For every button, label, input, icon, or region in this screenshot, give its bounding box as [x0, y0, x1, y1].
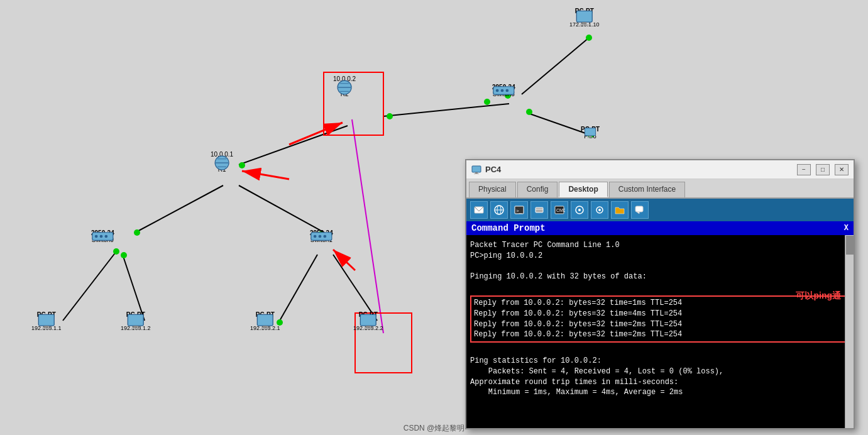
- cmd-icon: CMD: [554, 204, 565, 216]
- cmd-titlebar: Command Prompt X: [466, 221, 854, 235]
- svg-rect-70: [474, 173, 479, 174]
- svg-point-21: [113, 248, 119, 255]
- cmd-line-blank2: [470, 345, 850, 356]
- svg-point-11: [387, 113, 393, 119]
- svg-point-13: [368, 319, 374, 326]
- window-titlebar: PC4 − □ ✕: [466, 160, 854, 179]
- svg-line-7: [123, 255, 145, 321]
- svg-point-17: [505, 92, 511, 99]
- svg-text:CMD: CMD: [556, 208, 565, 212]
- svg-line-4: [135, 185, 223, 233]
- cmd-body[interactable]: Packet Tracer PC Command Line 1.0 PC>pin…: [466, 235, 854, 428]
- terminal-icon: >_: [514, 204, 525, 216]
- minimize-button[interactable]: −: [797, 164, 811, 175]
- svg-point-20: [588, 132, 594, 138]
- cmd-close-button[interactable]: X: [844, 224, 849, 233]
- tab-config[interactable]: Config: [517, 182, 558, 197]
- svg-point-84: [598, 209, 601, 211]
- toolbar-icon-9[interactable]: [631, 201, 649, 219]
- toolbar-icon-5[interactable]: CMD: [551, 201, 568, 219]
- annotation-chinese: 可以ping通: [796, 290, 841, 302]
- svg-point-14: [239, 162, 245, 168]
- svg-marker-86: [637, 212, 639, 214]
- svg-point-22: [121, 252, 127, 258]
- cmd-line-1: Packet Tracer PC Command Line 1.0: [470, 240, 850, 251]
- svg-line-10: [352, 119, 383, 333]
- cmd-reply-3: Reply from 10.0.0.2: bytes=32 time=2ms T…: [474, 319, 846, 330]
- svg-line-25: [289, 123, 343, 145]
- window-title: PC4: [485, 165, 501, 174]
- svg-line-3: [239, 126, 348, 165]
- window-tabs: Physical Config Desktop Custom Interface: [466, 179, 854, 199]
- cmd-line-5: [470, 282, 850, 293]
- svg-point-19: [484, 99, 490, 105]
- computer-icon: [471, 165, 481, 175]
- svg-rect-29: [355, 313, 412, 373]
- cmd-stats-1: Ping statistics for 10.0.0.2:: [470, 356, 850, 366]
- folder-icon: [614, 204, 625, 216]
- svg-point-18: [526, 109, 532, 115]
- toolbar-icons: >_ CMD: [466, 199, 854, 221]
- svg-line-26: [242, 171, 289, 179]
- toolbar-icon-1[interactable]: [470, 201, 488, 219]
- svg-line-1: [383, 104, 509, 116]
- scrollbar[interactable]: [845, 235, 854, 428]
- close-window-button[interactable]: ✕: [835, 164, 849, 175]
- network-icon: [574, 204, 585, 216]
- toolbar-icon-8[interactable]: [611, 201, 629, 219]
- window-title-area: PC4: [471, 165, 501, 175]
- tab-custom-interface[interactable]: Custom Interface: [609, 182, 685, 197]
- toolbar-icon-2[interactable]: [490, 201, 508, 219]
- svg-line-2: [528, 113, 591, 135]
- svg-point-23: [277, 319, 283, 326]
- svg-rect-68: [472, 166, 481, 172]
- toolbar-icon-7[interactable]: [591, 201, 608, 219]
- tab-physical[interactable]: Physical: [469, 182, 516, 197]
- svg-point-15: [134, 229, 140, 236]
- cmd-line-3: [470, 262, 850, 272]
- config-icon: [594, 204, 605, 216]
- svg-text:>_: >_: [516, 208, 522, 214]
- cmd-reply-1: Reply from 10.0.0.2: bytes=32 time=1ms T…: [474, 298, 846, 309]
- toolbar-icon-6[interactable]: [571, 201, 588, 219]
- svg-rect-77: [536, 207, 543, 212]
- svg-line-5: [239, 185, 324, 233]
- svg-rect-69: [475, 172, 478, 173]
- toolbar-icon-3[interactable]: >_: [510, 201, 528, 219]
- cmd-stats-4: Minimum = 1ms, Maximum = 4ms, Average = …: [470, 387, 850, 398]
- svg-point-16: [586, 35, 592, 41]
- svg-line-0: [522, 38, 589, 94]
- svg-line-8: [280, 255, 317, 321]
- svg-line-9: [333, 255, 377, 321]
- cmd-stats-3: Approximate round trip times in milli-se…: [470, 377, 850, 388]
- toolbar-icon-4[interactable]: [530, 201, 548, 219]
- ftp-icon: [534, 204, 545, 216]
- chat-icon: [634, 204, 646, 216]
- pc-window: PC4 − □ ✕ Physical Config Desktop Custom…: [465, 159, 855, 429]
- window-controls: − □ ✕: [797, 164, 849, 175]
- svg-point-82: [578, 209, 581, 211]
- cmd-reply-2: Reply from 10.0.0.2: bytes=32 time=4ms T…: [474, 309, 846, 319]
- cmd-line-2: PC>ping 10.0.0.2: [470, 251, 850, 262]
- cmd-reply-block: Reply from 10.0.0.2: bytes=32 time=1ms T…: [470, 295, 850, 343]
- email-icon: [473, 204, 485, 216]
- restore-button[interactable]: □: [816, 164, 830, 175]
- cmd-line-4: Pinging 10.0.0.2 with 32 bytes of data:: [470, 272, 850, 282]
- svg-line-6: [63, 251, 116, 321]
- cmd-reply-4: Reply from 10.0.0.2: bytes=32 time=2ms T…: [474, 329, 846, 340]
- cmd-stats-2: Packets: Sent = 4, Received = 4, Lost = …: [470, 366, 850, 377]
- cmd-title: Command Prompt: [471, 223, 546, 233]
- svg-rect-85: [635, 206, 643, 212]
- browser-icon: [493, 204, 505, 216]
- tab-desktop[interactable]: Desktop: [559, 182, 607, 197]
- scrollbar-thumb[interactable]: [846, 236, 854, 255]
- svg-point-12: [317, 231, 324, 238]
